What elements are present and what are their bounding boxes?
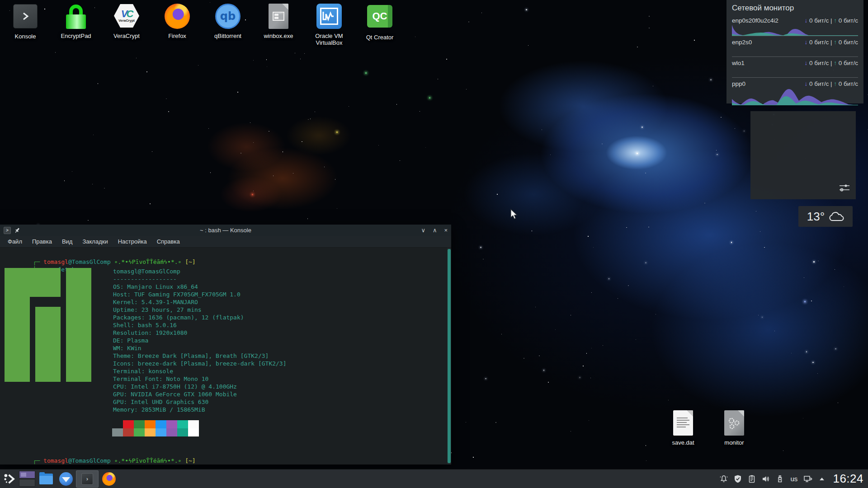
palette-swatch: [188, 428, 199, 436]
interface-name: enp0s20f0u2c4i2: [732, 17, 778, 24]
desktop-icon-konsole[interactable]: Konsole: [0, 4, 51, 40]
desktop-icon-encryptpad[interactable]: EncryptPad: [51, 4, 101, 39]
scrollbar-thumb[interactable]: [448, 249, 451, 463]
usb-device-icon[interactable]: [775, 474, 785, 484]
virtualbox-icon: [316, 4, 342, 29]
close-button[interactable]: ×: [444, 225, 448, 236]
winbox-exe-icon: •••: [269, 4, 288, 29]
palette-swatch: [156, 420, 166, 428]
download-arrow-icon: ↓: [804, 39, 807, 46]
desktop-icon-qtcreator[interactable]: QC Qt Creator: [354, 4, 405, 41]
launcher-icon: [3, 472, 16, 486]
desktop-icon-label: EncryptPad: [51, 33, 101, 39]
palette-swatch: [177, 420, 188, 428]
desktop-icon-monitor[interactable]: monitor: [709, 410, 760, 446]
application-launcher-button[interactable]: [0, 470, 19, 488]
veracrypt-icon: VC VeraCrypt: [114, 4, 139, 28]
terminal-scrollbar[interactable]: [447, 248, 451, 465]
download-arrow-icon: ↓: [804, 17, 807, 24]
menu-file[interactable]: Файл: [3, 236, 27, 248]
palette-swatch: [177, 428, 188, 436]
window-titlebar[interactable]: > ~ : bash — Konsole ∨ ∧ ×: [0, 225, 451, 236]
expand-tray-arrow[interactable]: [817, 474, 827, 484]
taskbar-clock[interactable]: 16:24: [833, 472, 863, 486]
palette-swatch: [123, 420, 134, 428]
script-file-icon: [724, 410, 744, 436]
desktop-icon-winbox[interactable]: ••• winbox.exe: [253, 4, 304, 39]
taskbar-konsole-active[interactable]: ›: [76, 470, 99, 488]
maximize-button[interactable]: ∧: [433, 225, 437, 236]
interface-rates: ↓ 0 бит/с | ↑ 0 бит/с: [804, 60, 858, 66]
upload-arrow-icon: ↑: [834, 80, 837, 87]
firefox-icon: [102, 472, 116, 486]
network-interface-row: enp2s0 ↓ 0 бит/с | ↑ 0 бит/с: [732, 36, 858, 57]
configure-sliders-icon[interactable]: [839, 183, 850, 195]
desktop-icon-qbittorrent[interactable]: qb qBittorrent: [203, 4, 253, 39]
taskbar-firefox[interactable]: [99, 470, 119, 488]
menu-bookmarks[interactable]: Закладки: [77, 236, 113, 248]
network-interface-row: enp0s20f0u2c4i2 ↓ 0 бит/с | ↑ 0 бит/с: [732, 14, 858, 36]
menu-view[interactable]: Вид: [57, 236, 78, 248]
clipboard-icon[interactable]: [747, 474, 757, 484]
menu-edit[interactable]: Правка: [27, 236, 57, 248]
interface-rates: ↓ 0 бит/с | ↑ 0 бит/с: [804, 39, 858, 46]
palette-row-1: [112, 420, 199, 428]
interface-name: enp2s0: [732, 39, 752, 46]
desktop-icon-firefox[interactable]: Firefox: [152, 4, 203, 39]
palette-swatch: [188, 420, 199, 428]
desktop-icon-label: Qt Creator: [354, 34, 405, 41]
virtual-desktop-pager[interactable]: [19, 470, 36, 488]
security-shield-icon[interactable]: [733, 474, 743, 484]
interface-name: wlo1: [732, 60, 745, 66]
terminal-input-line[interactable]: └─>: [5, 457, 51, 465]
qt-creator-icon: QC: [367, 5, 392, 28]
desktop-icon-veracrypt[interactable]: VC VeraCrypt VeraCrypt: [101, 4, 152, 39]
desktop-icon-save-dat[interactable]: save.dat: [658, 410, 708, 446]
palette-row-2: [112, 428, 199, 436]
pager-icon: [19, 470, 36, 488]
keyboard-layout-indicator[interactable]: us: [789, 474, 799, 484]
palette-swatch: [134, 420, 145, 428]
neofetch-header: tomasgl@TomasGlComp: [113, 267, 287, 275]
desktop-1-thumbnail[interactable]: [19, 471, 35, 479]
notifications-icon[interactable]: [719, 474, 729, 484]
network-connections-icon[interactable]: [803, 474, 813, 484]
menu-help[interactable]: Справка: [152, 236, 185, 248]
neofetch-output: tomasgl@TomasGlComp ------------------ O…: [113, 267, 287, 413]
palette-swatch: [134, 428, 145, 436]
network-monitor-widget: Сетевой монитор enp0s20f0u2c4i2 ↓ 0 бит/…: [726, 0, 863, 103]
terminal-area[interactable]: ┌─ tomasgl@TomasGlComp ∘.*•ϟPīvoŤŤéāḿϟ•*…: [0, 248, 451, 465]
palette-swatch: [145, 428, 156, 436]
desktop-2-thumbnail[interactable]: [19, 479, 35, 487]
palette-swatch: [123, 428, 134, 436]
interface-rates: ↓ 0 бит/с | ↑ 0 бит/с: [804, 80, 858, 87]
qbittorrent-icon: qb: [215, 4, 241, 29]
desktop-icon-label: save.dat: [658, 439, 708, 446]
traffic-sparkline: [732, 87, 858, 105]
palette-swatch: [145, 420, 156, 428]
menu-settings[interactable]: Настройка: [113, 236, 152, 248]
desktop-icon-label: monitor: [709, 439, 760, 446]
desktop-icon-label: VeraCrypt: [101, 33, 152, 39]
network-interface-row: wlo1 ↓ 0 бит/с | ↑ 0 бит/с: [732, 57, 858, 78]
weather-widget[interactable]: 13°: [798, 206, 853, 227]
encryptpad-lock-icon: [63, 4, 89, 29]
konsole-icon: [13, 4, 38, 28]
palette-swatch: [112, 428, 123, 436]
window-menubar: Файл Правка Вид Закладки Настройка Справ…: [0, 236, 451, 248]
thunderbird-icon: [59, 472, 73, 486]
upload-arrow-icon: ↑: [834, 60, 837, 66]
volume-icon[interactable]: [761, 474, 771, 484]
desktop-icon-label: qBittorrent: [203, 33, 253, 39]
palette-swatch: [166, 428, 177, 436]
taskbar-dolphin[interactable]: [36, 470, 56, 488]
taskbar-thunderbird[interactable]: [56, 470, 76, 488]
data-file-icon: [673, 410, 693, 436]
network-interface-row: ppp0 ↓ 0 бит/с | ↑ 0 бит/с: [732, 78, 858, 105]
upload-arrow-icon: ↑: [834, 39, 837, 46]
terminal-color-palette: [112, 420, 199, 436]
dolphin-icon: [39, 474, 53, 484]
traffic-sparkline: [732, 24, 858, 36]
minimize-button[interactable]: ∨: [421, 225, 425, 236]
desktop-icon-virtualbox[interactable]: Oracle VM VirtualBox: [304, 4, 354, 46]
